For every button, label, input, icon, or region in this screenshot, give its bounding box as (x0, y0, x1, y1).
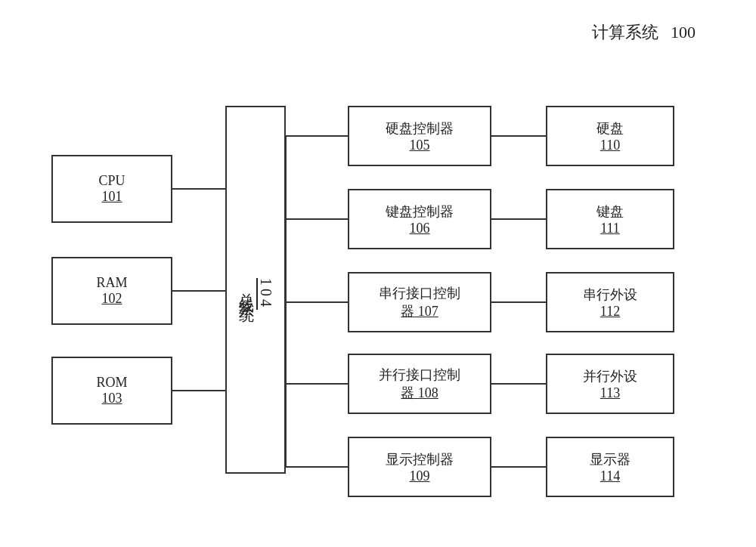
parallel-ctrl-label: 并行接口控制 (379, 366, 460, 384)
rom-box: ROM 103 (51, 357, 172, 425)
serial-ctrl-label: 串行接口控制 (379, 284, 460, 302)
bus-label: 总线系统 (238, 281, 255, 299)
title-label: 计算系统 (592, 23, 658, 42)
display-box: 显示器 114 (546, 437, 674, 497)
parallel-dev-label: 并行外设 (583, 367, 637, 385)
parallel-ctrl-box: 并行接口控制 器 108 (348, 354, 491, 414)
cpu-number: 101 (102, 189, 122, 205)
display-label: 显示器 (590, 450, 631, 468)
title: 计算系统 100 (592, 21, 696, 44)
serial-dev-number: 112 (600, 304, 620, 320)
bus-number: 104 (257, 278, 274, 310)
serial-ctrl-box: 串行接口控制 器 107 (348, 272, 491, 332)
serial-ctrl-number: 器 107 (401, 302, 438, 320)
parallel-ctrl-number: 器 108 (401, 384, 438, 402)
bus-box: 总线系统 104 (225, 106, 286, 474)
ram-label: RAM (96, 275, 127, 291)
diagram-page: 计算系统 100 CPU 101 RAM 102 ROM 103 总线系统 10… (0, 0, 756, 547)
hdd-ctrl-label: 硬盘控制器 (386, 119, 454, 138)
serial-dev-box: 串行外设 112 (546, 272, 674, 332)
display-number: 114 (600, 468, 620, 484)
cpu-label: CPU (98, 173, 125, 189)
cpu-box: CPU 101 (51, 155, 172, 223)
ram-box: RAM 102 (51, 257, 172, 325)
parallel-dev-number: 113 (600, 385, 620, 401)
kbd-ctrl-label: 键盘控制器 (386, 202, 454, 221)
display-ctrl-label: 显示控制器 (386, 450, 454, 468)
ram-number: 102 (102, 291, 122, 307)
hdd-ctrl-box: 硬盘控制器 105 (348, 106, 491, 166)
kbd-box: 键盘 111 (546, 189, 674, 249)
kbd-ctrl-box: 键盘控制器 106 (348, 189, 491, 249)
parallel-dev-box: 并行外设 113 (546, 354, 674, 414)
kbd-label: 键盘 (596, 202, 624, 221)
hdd-ctrl-number: 105 (410, 138, 430, 153)
rom-label: ROM (96, 375, 127, 391)
display-ctrl-box: 显示控制器 109 (348, 437, 491, 497)
rom-number: 103 (102, 391, 122, 406)
kbd-ctrl-number: 106 (410, 221, 430, 236)
title-number: 100 (671, 23, 696, 42)
serial-dev-label: 串行外设 (583, 286, 637, 304)
kbd-number: 111 (600, 221, 620, 236)
hdd-label: 硬盘 (596, 119, 624, 138)
hdd-box: 硬盘 110 (546, 106, 674, 166)
hdd-number: 110 (600, 138, 620, 153)
display-ctrl-number: 109 (410, 468, 430, 484)
